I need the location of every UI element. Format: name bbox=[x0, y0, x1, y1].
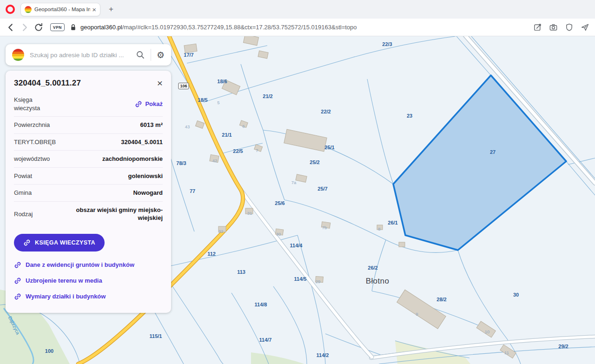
road-number-badge: 106 bbox=[178, 83, 189, 89]
attribute-label: województwo bbox=[14, 155, 58, 163]
kw-show-link[interactable]: Pokaż bbox=[135, 100, 163, 108]
link-uzbrojenie[interactable]: Uzbrojenie terenu w media bbox=[14, 273, 163, 289]
attribute-value: 320404_5.0011 bbox=[121, 138, 163, 146]
divider bbox=[151, 49, 151, 61]
forward-icon[interactable] bbox=[20, 22, 30, 33]
parcel-label: 27 bbox=[490, 149, 496, 155]
attribute-row: Powierzchnia 6013 m² bbox=[14, 117, 163, 134]
link-wymiary[interactable]: Wymiary działki i budynków bbox=[14, 289, 163, 304]
building-label: 7a bbox=[291, 180, 297, 185]
send-flow-icon[interactable] bbox=[581, 23, 589, 32]
river-label: Dąbrzyca bbox=[7, 316, 20, 336]
attribute-row: Księga wieczysta Pokaż bbox=[14, 92, 163, 117]
attribute-row: województwo zachodniopomorskie bbox=[14, 151, 163, 168]
edit-page-icon[interactable] bbox=[533, 23, 542, 32]
building-label: 5 bbox=[217, 100, 219, 105]
parcel-label: 77 bbox=[190, 188, 195, 194]
attribute-row: Rodzaj obszar wiejski gminy miejsko-wiej… bbox=[14, 202, 163, 226]
attribute-label: TERYT.OBRĘB bbox=[14, 138, 58, 146]
toolbar-actions bbox=[533, 23, 589, 32]
back-icon[interactable] bbox=[6, 22, 16, 33]
parcel-label: 23 bbox=[407, 113, 412, 119]
url-field[interactable]: geoportal360.pl/map/#clk=15.01972930,53.… bbox=[80, 24, 527, 31]
link-label: Dane z ewidencji gruntów i budynków bbox=[26, 261, 134, 268]
building-label: 7b bbox=[322, 225, 327, 230]
parcel-label: 21/2 bbox=[263, 93, 272, 99]
browser-window: Geoportal360 - Mapa Inte × + VPN geoport… bbox=[0, 0, 595, 364]
parcel-label: 113 bbox=[237, 269, 245, 275]
parcel-label: 18/5 bbox=[198, 97, 207, 103]
attribute-value: goleniowski bbox=[128, 172, 163, 180]
parcel-info-panel: 320404_5.0011.27 × Księga wieczysta Poka… bbox=[6, 71, 171, 313]
close-icon[interactable]: × bbox=[157, 78, 163, 88]
reload-icon[interactable] bbox=[33, 22, 44, 33]
parcel-label: 26/1 bbox=[388, 220, 397, 225]
gear-icon[interactable]: ⚙ bbox=[157, 51, 165, 60]
ksiega-wieczysta-button[interactable]: KSIĘGA WIECZYSTA bbox=[14, 234, 105, 251]
search-input[interactable] bbox=[30, 52, 136, 59]
building-label: 9 bbox=[416, 311, 418, 317]
building-label: 30 bbox=[276, 232, 281, 237]
link-ewidencja[interactable]: Dane z ewidencji gruntów i budynków bbox=[14, 257, 163, 273]
place-label: Błotno bbox=[366, 277, 390, 286]
parcel-label: 25/2 bbox=[310, 159, 319, 165]
parcel-label: 25/6 bbox=[275, 200, 284, 206]
building-label: 29 bbox=[316, 279, 321, 284]
attribute-value: zachodniopomorskie bbox=[102, 155, 163, 163]
kw-show-label: Pokaż bbox=[145, 100, 163, 107]
parcel-label: 18/6 bbox=[217, 79, 227, 84]
link-icon bbox=[23, 239, 31, 246]
building-label: 32 bbox=[218, 229, 224, 234]
attribute-label: Rodzaj bbox=[14, 210, 58, 218]
vpn-badge[interactable]: VPN bbox=[50, 23, 65, 31]
attribute-label: Gmina bbox=[14, 189, 58, 197]
attribute-value: Nowogard bbox=[133, 189, 163, 197]
link-icon bbox=[14, 277, 21, 285]
attribute-value: obszar wiejski gminy miejsko-wiejskiej bbox=[65, 206, 163, 222]
lock-icon[interactable] bbox=[69, 23, 77, 31]
building-label: 42 bbox=[212, 158, 218, 163]
parcel-label: 30 bbox=[513, 292, 519, 298]
building-label: 6 bbox=[242, 124, 245, 129]
parcel-label: 78/3 bbox=[176, 160, 186, 166]
tab-close-icon[interactable]: × bbox=[92, 6, 96, 13]
parcel-label: 100 bbox=[45, 348, 53, 354]
link-label: Wymiary działki i budynków bbox=[26, 293, 106, 300]
ksiega-wieczysta-label: KSIĘGA WIECZYSTA bbox=[35, 239, 95, 246]
geoportal-logo-icon bbox=[12, 49, 24, 61]
parcel-label: 28/2 bbox=[436, 297, 446, 302]
parcel-label: 114/2 bbox=[317, 352, 329, 358]
address-toolbar: VPN geoportal360.pl/map/#clk=15.01972930… bbox=[0, 19, 595, 36]
shield-icon[interactable] bbox=[565, 23, 574, 32]
parcel-label: 22/5 bbox=[233, 148, 243, 154]
new-tab-button[interactable]: + bbox=[105, 3, 117, 15]
parcel-label: 25/1 bbox=[324, 145, 334, 150]
link-icon bbox=[135, 100, 142, 108]
attribute-row: Powiat goleniowski bbox=[14, 168, 163, 185]
url-path: /map/#clk=15.01972930,53.75277249,15.88&… bbox=[122, 24, 357, 31]
browser-tab[interactable]: Geoportal360 - Mapa Inte × bbox=[20, 3, 100, 16]
building-label: 7 bbox=[256, 148, 258, 153]
attribute-label: Księga wieczysta bbox=[14, 96, 58, 112]
link-icon bbox=[14, 293, 21, 300]
attribute-row: TERYT.OBRĘB 320404_5.0011 bbox=[14, 134, 163, 151]
search-icon[interactable] bbox=[136, 50, 145, 60]
parcel-label: 114/4 bbox=[290, 243, 303, 248]
building-label: 10 bbox=[485, 329, 490, 334]
building-label: 11 bbox=[504, 350, 509, 355]
snapshot-camera-icon[interactable] bbox=[549, 23, 558, 32]
parcel-label: 114/7 bbox=[259, 337, 272, 343]
attribute-label: Powiat bbox=[14, 172, 58, 180]
tab-title: Geoportal360 - Mapa Inte bbox=[34, 7, 90, 12]
building-label: 31 bbox=[247, 211, 252, 216]
url-domain: geoportal360.pl bbox=[80, 24, 122, 31]
parcel-label: 25/7 bbox=[317, 186, 327, 192]
search-card: ⚙ bbox=[6, 44, 171, 66]
parcel-label: 114/5 bbox=[294, 276, 307, 282]
opera-logo-icon[interactable] bbox=[6, 5, 15, 14]
tab-strip: Geoportal360 - Mapa Inte × + bbox=[0, 0, 595, 19]
related-links: Dane z ewidencji gruntów i budynków Uzbr… bbox=[14, 257, 163, 304]
link-label: Uzbrojenie terenu w media bbox=[26, 277, 102, 284]
attribute-row: Gmina Nowogard bbox=[14, 185, 163, 202]
parcel-label: 17/7 bbox=[184, 52, 193, 58]
